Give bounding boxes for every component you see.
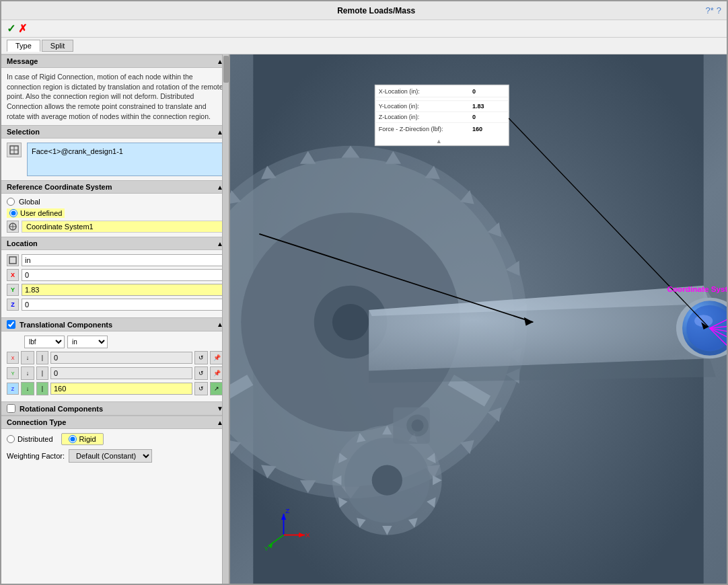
radio-user-defined[interactable]: User defined	[7, 208, 223, 218]
viewport: X-Location (in): 0 Y-Location (in): 1.83…	[230, 54, 727, 584]
svg-text:1.83: 1.83	[472, 103, 484, 110]
trans-y-reverse-btn[interactable]: ↺	[194, 366, 208, 380]
conn-distributed[interactable]: Distributed	[7, 435, 53, 443]
conn-rigid-input[interactable]	[69, 435, 77, 443]
connection-section: Distributed Rigid Weighting Factor: Defa…	[1, 429, 229, 467]
trans-y-zero-btn[interactable]: |	[36, 366, 48, 380]
tab-type[interactable]: Type	[7, 40, 40, 52]
rot-header-label: Rotational Components	[20, 405, 103, 413]
unit-row: lbfN inmm	[7, 336, 223, 348]
svg-text:▲: ▲	[436, 138, 442, 145]
svg-text:X: X	[305, 531, 310, 539]
help-icon-1[interactable]: ?*	[705, 5, 713, 15]
info-box-svg: X-Location (in): 0 Y-Location (in): 1.83…	[375, 85, 509, 145]
location-unit-icon	[7, 254, 19, 266]
message-section: In case of Rigid Connection, motion of e…	[1, 68, 229, 125]
trans-x-zero-btn[interactable]: |	[36, 351, 48, 364]
radio-user-input[interactable]	[9, 209, 17, 217]
conn-dist-input[interactable]	[7, 435, 15, 443]
left-panel: Message ▲ In case of Rigid Connection, m…	[1, 54, 230, 584]
ref-coord-section: Global User defined Coordinate System1	[1, 194, 229, 237]
coord-system-input[interactable]: Coordinate System1	[22, 221, 223, 233]
trans-x-input[interactable]: 0	[50, 352, 192, 364]
trans-x-icon: X	[7, 352, 19, 364]
trans-header-label: Translational Components	[20, 321, 112, 329]
trans-y-pin-btn[interactable]: 📌	[210, 366, 223, 380]
svg-point-61	[411, 420, 423, 432]
window-title: Remote Loads/Mass	[47, 6, 705, 15]
conn-dist-label: Distributed	[17, 435, 53, 443]
selection-section: Face<1>@crank_design1-1	[1, 139, 229, 180]
trans-y-input[interactable]: 0	[50, 367, 192, 379]
rigid-radio-btn[interactable]: Rigid	[61, 433, 104, 445]
trans-x-down-btn[interactable]: ↓	[21, 351, 34, 364]
location-header[interactable]: Location ▲	[1, 237, 229, 250]
radio-global-input[interactable]	[7, 198, 15, 206]
location-z-row: Z 0	[7, 299, 223, 311]
radio-global[interactable]: Global	[7, 198, 223, 206]
svg-point-15	[332, 304, 369, 340]
svg-text:Force -  Z-Direction (lbf):: Force - Z-Direction (lbf):	[379, 126, 443, 132]
selection-value: Face<1>@crank_design1-1	[32, 147, 123, 155]
trans-z-reverse-btn[interactable]: ↺	[194, 382, 208, 395]
trans-z-zero-btn[interactable]: |	[36, 382, 48, 395]
viewport-bg: X-Location (in): 0 Y-Location (in): 1.83…	[230, 54, 727, 584]
conn-rigid[interactable]: Rigid	[61, 433, 104, 445]
coord-label: Coordinate System1	[667, 284, 727, 293]
tab-split[interactable]: Split	[42, 40, 73, 52]
conn-options-row: Distributed Rigid	[7, 433, 223, 445]
conn-header-label: Connection Type	[7, 418, 66, 426]
help-icon-2[interactable]: ?	[717, 5, 721, 15]
location-unit-dropdown[interactable]: in mm cm	[22, 254, 223, 266]
message-header[interactable]: Message ▲	[1, 54, 229, 68]
trans-z-pin-btn[interactable]: ↗	[210, 382, 223, 395]
length-unit-select[interactable]: inmm	[67, 336, 108, 348]
rot-header[interactable]: Rotational Components ▼	[1, 401, 229, 416]
location-y-row: Y 1.83	[7, 284, 223, 296]
svg-text:0: 0	[472, 88, 476, 95]
trans-z-input[interactable]: 160	[50, 383, 192, 395]
scroll-thumb[interactable]	[223, 56, 229, 83]
weighting-label: Weighting Factor:	[7, 452, 65, 460]
svg-text:160: 160	[472, 126, 482, 132]
rot-checkbox[interactable]	[7, 404, 15, 413]
location-x-input[interactable]: 0	[22, 269, 223, 281]
selection-box[interactable]: Face<1>@crank_design1-1	[27, 143, 223, 176]
trans-y-down-btn[interactable]: ↓	[21, 366, 34, 380]
trans-x-pin-btn[interactable]: 📌	[210, 351, 223, 364]
message-text: In case of Rigid Connection, motion of e…	[7, 72, 223, 121]
weighting-select[interactable]: Default (Constant) Linear	[69, 449, 152, 463]
svg-text:Z-Location (in):: Z-Location (in):	[379, 114, 420, 120]
trans-checkbox[interactable]	[7, 320, 15, 329]
translational-section: lbfN inmm X ↓ | 0 ↺ 📌 Y ↓ | 0 ↺	[1, 332, 229, 401]
trans-x-reverse-btn[interactable]: ↺	[194, 351, 208, 364]
accept-button[interactable]: ✓	[7, 22, 15, 35]
location-x-row: X 0	[7, 269, 223, 281]
force-unit-select[interactable]: lbfN	[24, 336, 65, 348]
ref-coord-radio-group: Global User defined	[7, 198, 223, 218]
trans-header[interactable]: Translational Components ▲	[1, 317, 229, 332]
location-unit-row: in mm cm	[7, 254, 223, 266]
tabs-row: Type Split	[1, 38, 727, 54]
ref-coord-header[interactable]: Reference Coordinate System ▲	[1, 180, 229, 194]
svg-text:Z: Z	[285, 507, 289, 514]
location-header-label: Location	[7, 239, 38, 247]
location-x-icon: X	[7, 269, 19, 281]
trans-y-icon: Y	[7, 367, 19, 379]
panel-scrollbar[interactable]	[222, 54, 229, 584]
cancel-button[interactable]: ✗	[18, 22, 27, 35]
svg-rect-6	[9, 257, 16, 264]
weighting-row: Weighting Factor: Default (Constant) Lin…	[7, 449, 223, 463]
trans-y-row: Y ↓ | 0 ↺ 📌	[7, 366, 223, 380]
trans-z-down-btn[interactable]: ↓	[21, 382, 34, 395]
title-bar: Remote Loads/Mass ?* ?	[1, 1, 727, 20]
location-section: in mm cm X 0 Y 1.83 Z 0	[1, 250, 229, 317]
toolbar: ✓ ✗	[1, 20, 727, 38]
location-y-input[interactable]: 1.83	[22, 284, 223, 296]
selection-header[interactable]: Selection ▲	[1, 125, 229, 139]
viewport-svg: X-Location (in): 0 Y-Location (in): 1.83…	[230, 54, 727, 584]
conn-header[interactable]: Connection Type ▲	[1, 416, 229, 429]
conn-rigid-label: Rigid	[79, 435, 96, 443]
svg-text:X-Location (in):: X-Location (in):	[379, 88, 420, 95]
location-z-input[interactable]: 0	[22, 299, 223, 311]
